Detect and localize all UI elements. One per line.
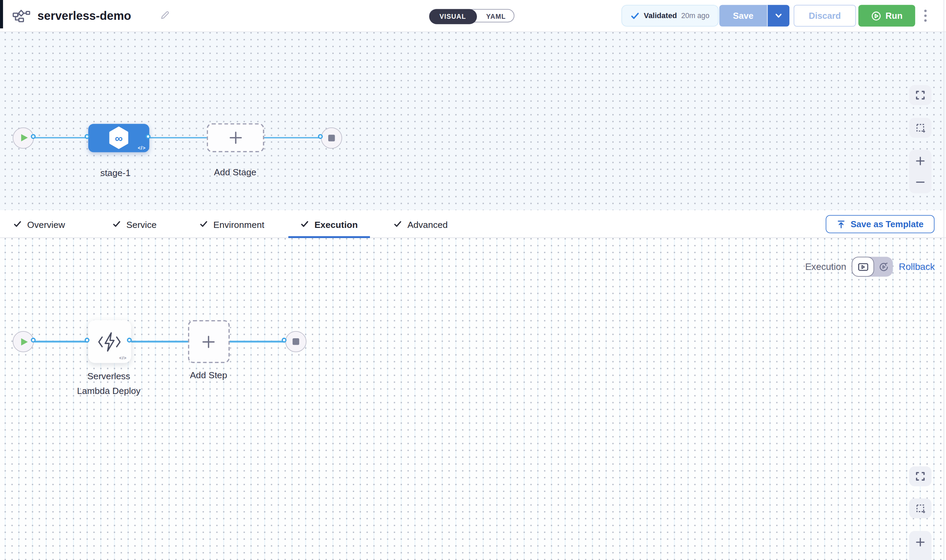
code-badge-icon: </> (138, 145, 146, 151)
pipeline-graph-icon (12, 9, 30, 23)
tab-label: Advanced (408, 219, 448, 229)
start-play-icon (21, 134, 27, 142)
save-as-template-label: Save as Template (850, 219, 923, 229)
serverless-lambda-icon (96, 331, 123, 352)
active-tab-underline (288, 236, 370, 238)
stage-name-label: stage-1 (85, 168, 146, 178)
code-badge-icon: </> (119, 355, 127, 361)
validated-label: Validated (644, 12, 677, 20)
execution-rollback-toggle (852, 257, 893, 276)
marquee-select-button[interactable] (909, 118, 931, 138)
discard-button[interactable]: Discard (793, 5, 856, 27)
connector-line (34, 137, 331, 138)
step-name-line2: Lambda Deploy (63, 385, 154, 395)
tab-execution[interactable]: Execution (288, 210, 370, 238)
upload-icon (837, 220, 846, 229)
validated-time: 20m ago (681, 12, 709, 20)
marquee-select-icon (915, 122, 926, 133)
save-as-template-button[interactable]: Save as Template (826, 215, 934, 233)
rollback-view-button[interactable] (874, 257, 893, 276)
tab-label: Overview (27, 219, 65, 229)
tab-label: Environment (213, 219, 264, 229)
tab-environment[interactable]: Environment (199, 210, 264, 238)
connector-port (31, 338, 35, 342)
step-node-serverless-lambda-deploy[interactable]: </> (88, 320, 131, 363)
stage-tabbar: Overview Service Environment Execution A… (0, 210, 946, 238)
validated-badge: Validated 20m ago (622, 5, 719, 27)
zoom-out-icon[interactable] (915, 558, 926, 560)
check-icon (630, 11, 640, 20)
add-step-button[interactable] (188, 320, 230, 363)
connector-port (85, 338, 89, 342)
run-button[interactable]: Run (858, 5, 915, 27)
zoom-out-icon[interactable] (915, 177, 926, 187)
stage-canvas[interactable]: ∞ </> stage-1 Add Stage (0, 32, 946, 211)
stage-node-stage-1[interactable]: ∞ </> (88, 124, 149, 152)
plus-icon (201, 334, 216, 349)
pipeline-studio: serverless-demo VISUAL YAML Validated 20… (0, 0, 946, 560)
check-icon (300, 220, 309, 229)
kebab-menu-icon[interactable] (920, 5, 931, 27)
execution-view-button[interactable] (852, 257, 874, 276)
pipeline-end-node (321, 127, 342, 148)
connector-port (146, 134, 150, 139)
save-split-button: Save (720, 5, 789, 27)
plus-icon (228, 131, 242, 145)
fullscreen-icon (915, 90, 926, 100)
tab-label: Execution (314, 219, 358, 229)
connector-line (34, 341, 296, 342)
run-label: Run (886, 11, 903, 20)
page-right-edge (944, 0, 944, 560)
zoom-controls (909, 150, 931, 193)
pipeline-header: serverless-demo VISUAL YAML Validated 20… (0, 0, 946, 32)
check-icon (112, 220, 121, 229)
pipeline-name: serverless-demo (38, 0, 131, 31)
save-button[interactable]: Save (720, 5, 767, 27)
infinity-icon: ∞ (115, 132, 123, 145)
execution-canvas[interactable]: Execution Rollback </> (0, 238, 946, 560)
zoom-in-icon[interactable] (915, 537, 926, 547)
stop-icon (292, 338, 299, 345)
rollback-view-icon (878, 262, 889, 272)
step-name-line1: Serverless (63, 371, 154, 381)
fullscreen-button[interactable] (909, 466, 931, 486)
zoom-controls (909, 531, 931, 560)
execution-view-label: Execution (786, 262, 846, 273)
visual-yaml-toggle: VISUAL YAML (429, 9, 514, 23)
check-icon (13, 220, 22, 229)
toggle-visual[interactable]: VISUAL (429, 9, 477, 24)
pipeline-start-node (12, 127, 34, 148)
tab-overview[interactable]: Overview (13, 210, 65, 238)
cd-hexagon-icon: ∞ (108, 126, 129, 149)
connector-port (317, 134, 322, 139)
chevron-down-icon (774, 12, 783, 20)
edit-pencil-icon[interactable] (160, 10, 170, 20)
add-stage-button[interactable] (207, 123, 264, 152)
execution-end-node (285, 331, 306, 352)
fullscreen-button[interactable] (909, 85, 931, 105)
connector-port (126, 338, 131, 342)
run-play-icon (871, 11, 881, 21)
marquee-select-icon (915, 503, 926, 514)
zoom-in-icon[interactable] (915, 156, 926, 166)
stop-icon (328, 134, 334, 141)
start-play-icon (21, 338, 27, 345)
execution-view-icon (857, 262, 868, 271)
tab-service[interactable]: Service (112, 210, 157, 238)
save-dropdown-button[interactable] (767, 5, 789, 27)
check-icon (393, 220, 402, 229)
fullscreen-icon (915, 471, 926, 482)
connector-port (31, 134, 35, 139)
add-stage-label: Add Stage (205, 167, 265, 177)
tab-advanced[interactable]: Advanced (393, 210, 448, 238)
add-step-label: Add Step (179, 370, 239, 380)
marquee-select-button[interactable] (909, 498, 931, 518)
check-icon (199, 220, 208, 229)
rollback-link[interactable]: Rollback (899, 262, 935, 273)
tab-label: Service (126, 219, 157, 229)
nav-edge (0, 0, 3, 28)
toggle-yaml[interactable]: YAML (476, 9, 516, 24)
connector-port (85, 134, 89, 139)
execution-start-node (12, 331, 34, 352)
connector-port (281, 338, 286, 342)
